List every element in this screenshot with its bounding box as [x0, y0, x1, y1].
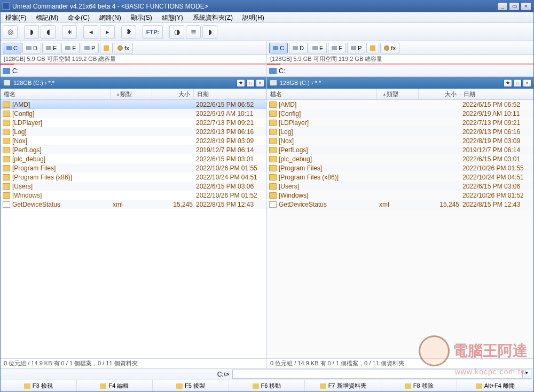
fn-icon [24, 383, 30, 389]
tool-eye2-icon[interactable]: ▸ [100, 25, 115, 39]
tool-ftp[interactable]: FTP: [143, 25, 163, 39]
menu-item[interactable]: 命令(C) [63, 12, 95, 22]
menu-item[interactable]: 組態(Y) [157, 12, 188, 22]
drive-button[interactable]: F [61, 43, 80, 53]
close-button[interactable]: × [521, 2, 531, 11]
folder-icon [269, 183, 277, 190]
tab-fav-icon[interactable]: ★ [237, 79, 245, 87]
file-row[interactable]: [PerfLogs]2019/12/7 PM 06:14 [267, 145, 533, 154]
file-row[interactable]: [AMD]2022/6/15 PM 06:52 [267, 100, 533, 109]
file-row[interactable]: [Users]2022/6/15 PM 03:06 [267, 182, 533, 191]
drive-button[interactable]: E [42, 43, 60, 53]
titlebar[interactable]: Unreal Commander v4.21x64 beta 4 - <BASI… [1, 1, 533, 12]
fn-button[interactable]: F4 編輯 [77, 380, 153, 391]
menu-item[interactable]: 網路(N) [95, 12, 126, 22]
file-row[interactable]: [plc_debug]2022/6/15 PM 03:01 [1, 154, 266, 163]
file-name: [Nox] [279, 137, 379, 145]
tool-list1-icon[interactable]: ◑ [169, 25, 184, 39]
menu-item[interactable]: 標記(M) [31, 12, 63, 22]
file-row[interactable]: [LDPlayer]2022/7/13 PM 09:21 [1, 118, 266, 127]
menu-item[interactable]: 顯示(S) [126, 12, 157, 22]
menu-item[interactable]: 檔案(F) [1, 12, 31, 22]
col-date[interactable]: 日期 [194, 89, 266, 99]
drive-button[interactable]: P [347, 43, 365, 53]
file-row[interactable]: [Nox]2022/8/19 PM 03:09 [267, 136, 533, 145]
file-type: xml [113, 201, 154, 208]
fn-button[interactable]: Alt+F4 離開 [457, 380, 533, 391]
file-row[interactable]: GetDeviceStatusxml15,2452022/8/15 PM 12:… [1, 200, 266, 209]
file-row[interactable]: GetDeviceStatusxml15,2452022/8/15 PM 12:… [267, 200, 533, 209]
tool-eye1-icon[interactable]: ◂ [83, 25, 98, 39]
menu-item[interactable]: 系統資料夾(Z) [188, 12, 238, 22]
drive-button[interactable]: D [289, 43, 308, 53]
fn-button[interactable]: F6 移動 [229, 380, 305, 391]
tab-label[interactable]: 128GB (C:) › *.* [13, 80, 54, 86]
tab-close-icon[interactable]: × [523, 79, 531, 87]
file-name: [Config] [12, 110, 113, 117]
col-size[interactable]: 大小 [419, 89, 460, 99]
file-row[interactable]: [Log]2022/9/13 PM 06:16 [1, 127, 266, 136]
tool-list3-icon[interactable]: ◗ [202, 25, 217, 39]
path-bar[interactable]: C: [267, 65, 533, 77]
col-name[interactable]: 檔名 [267, 89, 377, 99]
file-row[interactable]: [plc_debug]2022/6/15 PM 03:01 [267, 154, 533, 163]
file-name: [LDPlayer] [279, 119, 379, 127]
drive-button[interactable]: E [309, 43, 327, 53]
tool-flag1-icon[interactable]: ◗ [24, 25, 39, 39]
fn-button[interactable]: F5 複製 [153, 380, 229, 391]
fn-button[interactable]: F7 新增資料夾 [305, 380, 381, 391]
file-row[interactable]: [Program Files]2022/10/26 PM 01:55 [267, 163, 533, 173]
drive-button[interactable]: fx [114, 43, 133, 53]
tab-icon [270, 80, 277, 85]
drive-button[interactable]: fx [380, 43, 399, 53]
file-row[interactable]: [Config]2022/9/19 AM 10:11 [1, 109, 266, 118]
file-list[interactable]: [AMD]2022/6/15 PM 06:52[Config]2022/9/19… [267, 100, 533, 358]
file-row[interactable]: [Log]2022/9/13 PM 06:16 [267, 127, 533, 136]
drive-button[interactable]: C [269, 43, 288, 53]
col-type[interactable]: ▲ 類型 [111, 89, 152, 99]
tab-lock-icon[interactable]: ⌂ [513, 79, 522, 87]
tab-fav-icon[interactable]: ★ [504, 79, 512, 87]
drive-button[interactable] [366, 43, 379, 53]
file-row[interactable]: [Users]2022/6/15 PM 03:06 [1, 182, 266, 191]
file-row[interactable]: [AMD]2022/6/15 PM 06:52 [1, 100, 266, 109]
file-name: [Program Files (x86)] [279, 174, 379, 181]
file-row[interactable]: [LDPlayer]2022/7/13 PM 09:21 [267, 118, 533, 127]
tool-star-icon[interactable]: ∗ [62, 25, 77, 39]
drive-button[interactable] [100, 43, 113, 53]
file-row[interactable]: [Program Files (x86)]2022/10/24 PM 04:51 [1, 173, 266, 182]
tool-shield-icon[interactable]: ❥ [121, 25, 136, 39]
tab-label[interactable]: 128GB (C:) › *.* [280, 80, 321, 86]
app-window: Unreal Commander v4.21x64 beta 4 - <BASI… [0, 0, 534, 392]
fn-button[interactable]: F3 檢視 [1, 380, 77, 391]
tool-flag2-icon[interactable]: ◖ [41, 25, 56, 39]
file-row[interactable]: [Windows]2022/10/26 PM 01:52 [267, 191, 533, 200]
drive-button[interactable]: P [81, 43, 99, 53]
path-bar[interactable]: C: [1, 65, 266, 77]
col-size[interactable]: 大小 [152, 89, 194, 99]
drive-button[interactable]: C [3, 43, 21, 53]
file-row[interactable]: [PerfLogs]2019/12/7 PM 06:14 [1, 145, 266, 154]
file-list[interactable]: [AMD]2022/6/15 PM 06:52[Config]2022/9/19… [1, 100, 266, 358]
maximize-button[interactable]: ▭ [509, 2, 520, 11]
col-type[interactable]: ▲ 類型 [377, 89, 419, 99]
fn-button[interactable]: F8 移除 [381, 380, 458, 391]
folder-icon [3, 147, 10, 153]
tool-refresh-icon[interactable]: ◎ [3, 25, 18, 39]
file-date: 2022/6/15 PM 03:06 [462, 183, 533, 190]
col-name[interactable]: 檔名 [1, 89, 111, 99]
menu-item[interactable]: 說明(H) [238, 12, 269, 22]
file-row[interactable]: [Config]2022/9/19 AM 10:11 [267, 109, 533, 118]
cmd-path: C:\> [3, 371, 232, 378]
file-row[interactable]: [Nox]2022/8/19 PM 03:09 [1, 136, 266, 145]
drive-button[interactable]: D [22, 43, 41, 53]
col-date[interactable]: 日期 [460, 89, 533, 99]
tool-list2-icon[interactable]: ≣ [186, 25, 201, 39]
file-row[interactable]: [Program Files]2022/10/26 PM 01:55 [1, 163, 266, 173]
tab-close-icon[interactable]: × [256, 79, 264, 87]
drive-button[interactable]: F [328, 43, 346, 53]
tab-lock-icon[interactable]: ⌂ [246, 79, 255, 87]
file-row[interactable]: [Windows]2022/10/26 PM 01:52 [1, 191, 266, 200]
minimize-button[interactable]: _ [497, 2, 508, 11]
file-row[interactable]: [Program Files (x86)]2022/10/24 PM 04:51 [267, 173, 533, 182]
